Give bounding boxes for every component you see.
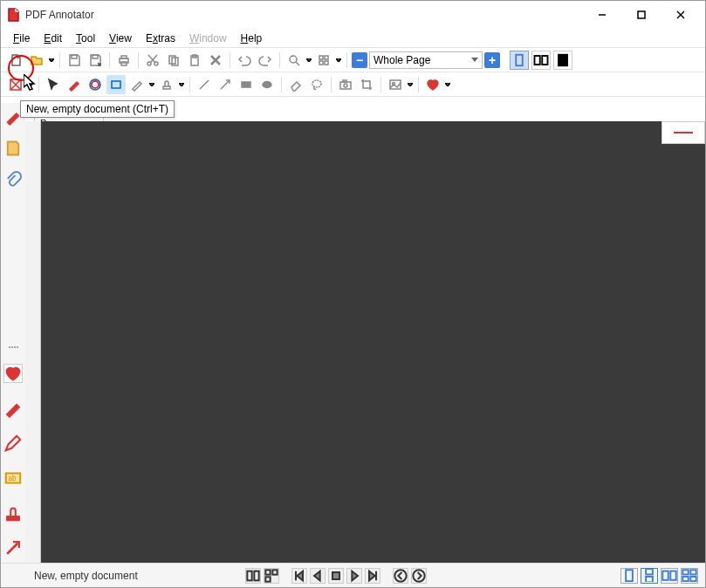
svg-rect-19	[319, 56, 323, 59]
svg-rect-1	[638, 11, 645, 18]
layout-single-button[interactable]	[620, 568, 638, 584]
current-page-button[interactable]	[328, 568, 344, 584]
nav-forward-button[interactable]	[411, 568, 427, 584]
stamp-dropdown[interactable]	[178, 75, 185, 94]
layout-two-page-button[interactable]	[661, 568, 678, 584]
snapshot-tool-button[interactable]	[336, 75, 355, 94]
open-document-button[interactable]	[27, 51, 46, 70]
image-tool-button[interactable]	[386, 75, 405, 94]
two-page-view-button[interactable]	[531, 51, 551, 70]
find-dropdown[interactable]	[305, 51, 312, 70]
line-tool-button[interactable]	[195, 75, 214, 94]
highlighter-tool-button[interactable]	[127, 75, 147, 94]
cursor-tool-button[interactable]	[44, 75, 63, 94]
tool-switch-dropdown[interactable]	[27, 75, 34, 94]
favorites-dropdown[interactable]	[444, 75, 451, 94]
svg-rect-24	[535, 56, 540, 65]
separator	[279, 52, 280, 68]
eraser-tool-button[interactable]	[286, 75, 305, 94]
cut-button[interactable]	[143, 51, 162, 70]
svg-rect-37	[340, 82, 351, 89]
nav-back-button[interactable]	[393, 568, 408, 584]
palette-stamp-icon[interactable]	[3, 503, 23, 523]
zoom-out-button[interactable]: −	[352, 52, 367, 68]
separator	[418, 77, 419, 92]
svg-rect-7	[121, 56, 127, 58]
menu-help[interactable]: Help	[234, 31, 270, 46]
single-page-view-button[interactable]	[510, 51, 529, 70]
svg-rect-39	[343, 80, 346, 82]
next-page-button[interactable]	[346, 568, 362, 584]
favorites-button[interactable]	[423, 75, 442, 94]
ellipse-tool-button[interactable]	[257, 75, 277, 94]
highlighter-dropdown[interactable]	[148, 75, 155, 94]
layout-continuous-button[interactable]	[641, 568, 658, 584]
find-button[interactable]	[284, 51, 304, 70]
separator	[281, 77, 282, 92]
menu-extras[interactable]: Extras	[139, 31, 182, 46]
separator	[38, 77, 39, 92]
palette-text-icon[interactable]: ab	[3, 468, 23, 488]
prev-page-button[interactable]	[310, 568, 326, 584]
lasso-tool-button[interactable]	[307, 75, 326, 94]
separator	[380, 77, 381, 92]
redo-button[interactable]	[256, 51, 275, 70]
palette-pencil-icon[interactable]	[3, 434, 23, 453]
page-style-indicator[interactable]	[661, 121, 705, 144]
annotations-dropdown[interactable]	[335, 51, 342, 70]
menu-edit[interactable]: Edit	[37, 31, 69, 46]
open-dropdown[interactable]	[48, 51, 55, 70]
tool-switch-button[interactable]	[6, 75, 25, 94]
document-canvas[interactable]	[41, 121, 705, 563]
page-arrange-button[interactable]	[264, 568, 279, 584]
image-dropdown[interactable]	[407, 75, 414, 94]
page-navigation	[245, 568, 427, 584]
copy-button[interactable]	[164, 51, 183, 70]
app-icon	[6, 8, 20, 22]
svg-rect-25	[542, 56, 547, 65]
arrow-tool-button[interactable]	[216, 75, 235, 94]
crop-tool-button[interactable]	[357, 75, 376, 94]
zoom-level-select[interactable]: Whole Page	[369, 51, 483, 69]
sidebar-tab-pages[interactable]	[4, 138, 22, 159]
layout-mode-buttons	[620, 568, 698, 584]
menu-view[interactable]: View	[102, 31, 139, 46]
undo-button[interactable]	[235, 51, 254, 70]
marker-tool-button[interactable]	[86, 75, 105, 94]
new-document-button[interactable]	[6, 51, 25, 70]
layout-grid-button[interactable]	[681, 568, 698, 584]
menu-file[interactable]: File	[6, 31, 37, 46]
separator	[346, 52, 347, 68]
sidebar-tab-attachments[interactable]	[4, 169, 22, 190]
paste-button[interactable]	[185, 51, 204, 70]
svg-rect-51	[332, 572, 339, 579]
sidebar-tab-annotations[interactable]	[4, 106, 22, 127]
show-annotations-button[interactable]	[314, 51, 333, 70]
pen-tool-button[interactable]	[65, 75, 84, 94]
status-bar: New, empty document	[1, 563, 705, 587]
menu-window: Window	[182, 31, 234, 46]
palette-pen-icon[interactable]	[3, 399, 23, 418]
rectangle-tool-button[interactable]	[236, 75, 256, 94]
close-button[interactable]	[661, 2, 700, 28]
delete-button[interactable]	[206, 51, 225, 70]
menu-tool[interactable]: Tool	[69, 31, 102, 46]
zoom-in-button[interactable]: +	[484, 52, 500, 68]
page-thumbnails-button[interactable]	[245, 568, 261, 584]
svg-text:ab: ab	[9, 475, 17, 482]
last-page-button[interactable]	[365, 568, 380, 584]
svg-rect-56	[646, 577, 653, 582]
palette-arrow-icon[interactable]	[3, 538, 23, 557]
print-button[interactable]	[114, 51, 134, 70]
title-bar: PDF Annotator	[1, 1, 705, 29]
stamp-tool-button[interactable]	[157, 75, 176, 94]
text-tool-button[interactable]	[106, 75, 126, 94]
dark-view-button[interactable]	[553, 51, 572, 70]
save-as-button[interactable]	[86, 51, 105, 70]
minimize-button[interactable]	[582, 2, 621, 28]
annotation-toolbar	[1, 72, 705, 97]
save-button[interactable]	[65, 51, 84, 70]
first-page-button[interactable]	[291, 568, 307, 584]
maximize-button[interactable]	[621, 2, 661, 28]
palette-favorite-icon[interactable]	[3, 364, 23, 383]
